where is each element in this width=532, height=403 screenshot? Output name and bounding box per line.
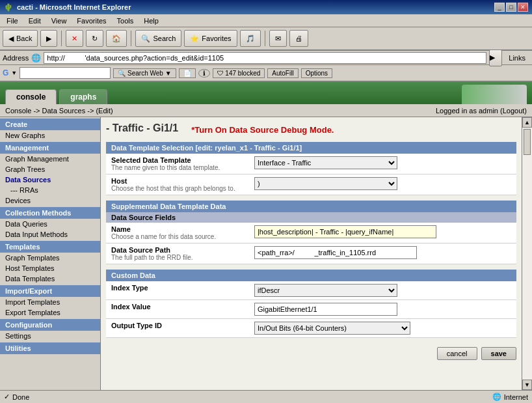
cacti-logo-area — [462, 85, 527, 104]
page-title-row: - Traffic - Gi1/1 *Turn On Data Source D… — [106, 122, 516, 137]
selected-template-select[interactable]: Interface - Traffic — [254, 156, 397, 169]
sidebar-item-devices[interactable]: Devices — [0, 195, 100, 206]
google-search-input[interactable] — [20, 67, 111, 79]
refresh-button[interactable]: ↻ — [86, 30, 103, 47]
menu-help[interactable]: Help — [140, 16, 163, 25]
vertical-scrollbar[interactable]: ▲ ▼ — [522, 117, 532, 390]
sidebar-item-new-graphs[interactable]: New Graphs — [0, 130, 100, 141]
scroll-thumb[interactable] — [524, 129, 531, 155]
minimize-button[interactable]: _ — [494, 3, 505, 12]
mail-button[interactable]: ✉ — [269, 30, 287, 47]
supplemental-header: Supplemental Data Template Data — [106, 201, 516, 212]
sidebar-section-import-export: Import/Export — [0, 285, 100, 297]
sidebar-section-utilities: Utilities — [0, 342, 100, 354]
close-button[interactable]: ✕ — [518, 3, 528, 12]
save-button[interactable]: save — [481, 347, 516, 360]
app-icon: 🌵 — [4, 3, 13, 12]
data-template-table: Selected Data Template The name given to… — [106, 154, 516, 195]
zone-text: Internet — [504, 393, 528, 401]
sidebar-item-graph-templates[interactable]: Graph Templates — [0, 253, 100, 263]
links-label: Links — [505, 54, 529, 62]
menu-favorites[interactable]: Favorites — [73, 16, 110, 25]
forward-button[interactable]: ▶ — [40, 30, 57, 47]
login-info: Logged in as admin (Logout) — [436, 107, 527, 115]
sidebar-item-rras[interactable]: --- RRAs — [0, 185, 100, 195]
supplemental-subheader: Data Source Fields — [106, 212, 516, 223]
menu-tools[interactable]: Tools — [113, 16, 138, 25]
index-type-select[interactable]: ifDescr — [254, 284, 397, 297]
selected-template-desc: The name given to this data template. — [111, 164, 244, 171]
menu-view[interactable]: View — [47, 16, 71, 25]
scroll-up-button[interactable]: ▲ — [522, 117, 532, 128]
sidebar-item-data-queries[interactable]: Data Queries — [0, 219, 100, 229]
custom-data-section: Custom Data Index Type ifDescr Index Val… — [106, 270, 516, 338]
supplemental-table: Name Choose a name for this data source.… — [106, 223, 516, 264]
custom-data-table: Index Type ifDescr Index Value — [106, 281, 516, 338]
scroll-track[interactable] — [522, 128, 532, 380]
breadcrumb-bar: Console -> Data Sources -> (Edit) Logged… — [0, 104, 532, 117]
back-icon: ◀ — [8, 35, 14, 43]
globe-icon: 🌐 — [492, 393, 501, 401]
search-button[interactable]: 🔍 Search — [135, 30, 181, 47]
options-button[interactable]: Options — [301, 68, 332, 78]
star-icon: ⭐ — [190, 35, 199, 43]
sidebar-item-settings[interactable]: Settings — [0, 331, 100, 341]
go-button[interactable]: ▶ — [489, 49, 502, 66]
maximize-button[interactable]: □ — [506, 3, 516, 12]
menu-edit[interactable]: Edit — [25, 16, 45, 25]
output-type-select[interactable]: In/Out Bits (64-bit Counters) — [254, 322, 410, 335]
autofill-button[interactable]: AutoFill — [267, 68, 298, 78]
info-button[interactable]: ℹ — [198, 69, 210, 77]
address-bar: Address 🌐 ▶ Links — [0, 51, 532, 65]
debug-mode-link[interactable]: *Turn On Data Source Debug Mode. — [191, 125, 334, 135]
output-type-label: Output Type ID — [111, 322, 244, 329]
stop-button[interactable]: ✕ — [66, 30, 83, 47]
google-extra-button[interactable]: 📄 — [179, 68, 196, 78]
address-input[interactable] — [44, 52, 486, 64]
name-label: Name — [111, 225, 244, 233]
print-button[interactable]: 🖨 — [289, 30, 308, 47]
sidebar-item-host-templates[interactable]: Host Templates — [0, 263, 100, 273]
sidebar-item-data-sources[interactable]: Data Sources — [0, 174, 100, 185]
sidebar-item-graph-trees[interactable]: Graph Trees — [0, 164, 100, 174]
button-row: cancel save — [106, 343, 516, 364]
tab-console[interactable]: console — [5, 89, 57, 104]
sidebar-item-export-templates[interactable]: Export Templates — [0, 307, 100, 318]
table-row: Index Type ifDescr — [106, 281, 516, 300]
address-icon: 🌐 — [31, 53, 41, 63]
data-template-header: Data Template Selection [edit: ryelan_x1… — [106, 142, 516, 154]
table-row: Output Type ID In/Out Bits (64-bit Count… — [106, 319, 516, 338]
window-controls[interactable]: _ □ ✕ — [494, 3, 528, 12]
media-button[interactable]: 🎵 — [240, 30, 261, 47]
host-select[interactable]: ) — [254, 177, 397, 190]
toolbar: ◀ Back ▶ ✕ ↻ 🏠 🔍 Search ⭐ Favorites 🎵 ✉ … — [0, 27, 532, 51]
blocked-button[interactable]: 🛡 147 blocked — [213, 68, 265, 78]
name-input[interactable] — [254, 225, 436, 238]
status-icon: ✓ Done — [4, 393, 29, 401]
back-button[interactable]: ◀ Back — [3, 30, 38, 47]
favorites-button[interactable]: ⭐ Favorites — [184, 30, 237, 47]
sidebar-item-graph-management[interactable]: Graph Management — [0, 154, 100, 164]
shield-icon: 🛡 — [217, 70, 224, 77]
search-dropdown-icon: ▼ — [165, 70, 172, 77]
path-desc: The full path to the RRD file. — [111, 254, 244, 261]
sidebar-section-templates: Templates — [0, 241, 100, 253]
home-button[interactable]: 🏠 — [106, 30, 127, 47]
sidebar-item-import-templates[interactable]: Import Templates — [0, 297, 100, 307]
menu-file[interactable]: File — [3, 16, 22, 25]
search-web-button[interactable]: 🔍 Search Web ▼ — [113, 68, 176, 78]
sidebar-item-data-templates[interactable]: Data Templates — [0, 273, 100, 284]
path-input[interactable] — [254, 246, 417, 259]
sidebar-section-configuration: Configuration — [0, 319, 100, 331]
table-row: Data Source Path The full path to the RR… — [106, 243, 516, 264]
scroll-down-button[interactable]: ▼ — [522, 380, 532, 390]
tab-graphs[interactable]: graphs — [59, 89, 107, 104]
table-row: Host Choose the host that this graph bel… — [106, 174, 516, 195]
sidebar-item-data-input-methods[interactable]: Data Input Methods — [0, 229, 100, 240]
page-title: - Traffic - Gi1/1 — [106, 122, 178, 134]
sidebar-section-collection: Collection Methods — [0, 207, 100, 219]
cacti-nav: console graphs — [0, 82, 532, 104]
cancel-button[interactable]: cancel — [437, 347, 477, 360]
index-value-input[interactable] — [254, 303, 397, 316]
sidebar: Create New Graphs Management Graph Manag… — [0, 117, 101, 390]
